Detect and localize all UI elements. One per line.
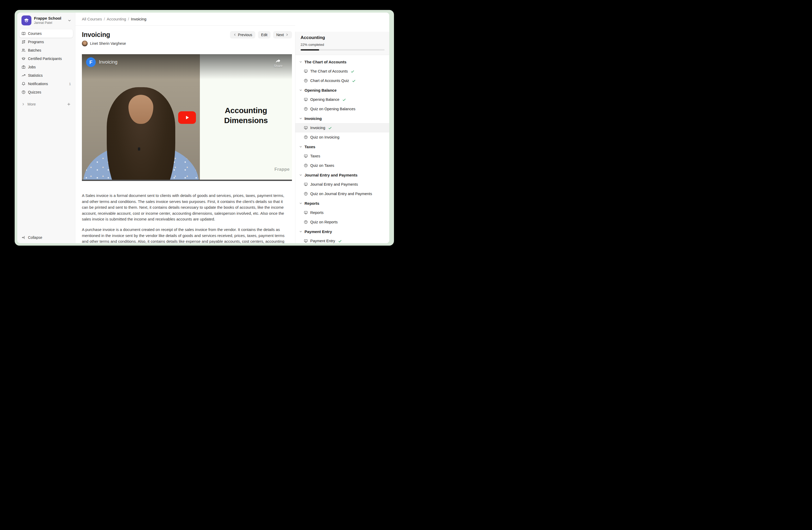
brand-subtitle: Jannat Patel xyxy=(34,21,61,25)
sidebar-item-notifications[interactable]: Notifications 1 xyxy=(19,80,73,88)
outline-lesson-reports[interactable]: Reports xyxy=(295,208,389,217)
outline-section-the-chart-of-accounts[interactable]: The Chart of Accounts xyxy=(295,57,389,67)
check-icon xyxy=(350,69,354,73)
mic-icon xyxy=(138,148,140,151)
sidebar-item-certified-participants[interactable]: Certified Participants xyxy=(19,54,73,63)
outline-section-journal-entry-and-payments[interactable]: Journal Entry and Payments xyxy=(295,170,389,180)
chevron-down-icon xyxy=(68,18,71,23)
breadcrumb: All Courses / Accounting / Invoicing xyxy=(82,17,146,21)
outline-quiz-quiz-on-opening-balances[interactable]: Quiz on Opening Balances xyxy=(295,104,389,114)
outline-lesson-invoicing[interactable]: Invoicing xyxy=(295,123,389,132)
workspace-switcher[interactable]: Frappe School Jannat Patel xyxy=(17,13,75,28)
chevron-right-icon xyxy=(286,33,289,37)
progress-bar xyxy=(301,49,385,51)
check-icon xyxy=(352,79,356,83)
breadcrumb-separator: / xyxy=(104,17,105,21)
author-name: Linet Sherin Varghese xyxy=(90,41,126,45)
breadcrumb-current: Invoicing xyxy=(131,17,146,21)
chevron-down-icon xyxy=(299,230,302,233)
sidebar-item-batches[interactable]: Batches xyxy=(19,46,73,54)
breadcrumb-all-courses[interactable]: All Courses xyxy=(82,17,102,21)
screen: Frappe School Jannat Patel Courses Progr… xyxy=(0,0,406,265)
slide-frame: Accounting Dimensions Frappe xyxy=(200,54,292,181)
share-arrow-icon xyxy=(275,58,281,64)
chevron-down-icon xyxy=(299,201,302,205)
channel-avatar[interactable]: F xyxy=(86,57,96,67)
outline-quiz-quiz-on-reports[interactable]: Quiz on Reports xyxy=(295,217,389,227)
outline-section-invoicing[interactable]: Invoicing xyxy=(295,114,389,123)
video-player[interactable]: Accounting Dimensions Frappe F Invoicing xyxy=(82,54,292,181)
help-circle-icon xyxy=(304,107,308,111)
monitor-play-icon xyxy=(304,182,308,187)
chevron-right-icon xyxy=(21,102,25,106)
video-title-badge[interactable]: F Invoicing xyxy=(86,57,117,67)
help-circle-icon xyxy=(304,220,308,224)
sidebar-item-statistics[interactable]: Statistics xyxy=(19,71,73,80)
monitor-play-icon xyxy=(304,239,308,243)
collapse-label: Collapse xyxy=(28,235,42,240)
video-progress-bar[interactable] xyxy=(82,180,292,181)
outline-lesson-taxes[interactable]: Taxes xyxy=(295,151,389,161)
chevron-left-icon xyxy=(233,33,236,37)
sidebar-item-programs[interactable]: Programs xyxy=(19,38,73,46)
outline-lesson-payment-entry[interactable]: Payment Entry xyxy=(295,236,389,243)
collapse-sidebar-button[interactable]: Collapse xyxy=(17,233,75,243)
share-button[interactable]: Share xyxy=(274,58,282,68)
brand-title: Frappe School xyxy=(34,16,61,21)
outline-quiz-quiz-on-taxes[interactable]: Quiz on Taxes xyxy=(295,161,389,170)
monitor-play-icon xyxy=(304,154,308,158)
play-icon xyxy=(184,114,190,121)
outline-quiz-quiz-on-invoicing[interactable]: Quiz on Invoicing xyxy=(295,132,389,142)
book-open-icon xyxy=(21,31,26,36)
breadcrumb-separator: / xyxy=(128,17,129,21)
check-icon xyxy=(328,126,332,130)
course-outline-panel: Accounting 22% completed The Chart of Ac… xyxy=(295,13,389,243)
monitor-play-icon xyxy=(304,126,308,130)
sidebar-nav: Courses Programs Batches Certified Parti… xyxy=(17,28,75,96)
previous-button[interactable]: Previous xyxy=(230,31,255,39)
help-circle-icon xyxy=(304,79,308,83)
play-button[interactable] xyxy=(178,111,196,124)
breadcrumb-accounting[interactable]: Accounting xyxy=(107,17,126,21)
progress-label: 22% completed xyxy=(301,43,385,46)
progress-fill xyxy=(301,49,319,51)
edit-button[interactable]: Edit xyxy=(258,31,271,39)
briefcase-icon xyxy=(21,65,26,69)
outline-section-taxes[interactable]: Taxes xyxy=(295,142,389,151)
lesson-paragraph: A purchase invoice is a document created… xyxy=(82,227,287,243)
sidebar-item-more[interactable]: More xyxy=(19,100,73,108)
sidebar-item-jobs[interactable]: Jobs xyxy=(19,63,73,71)
page-title: Invoicing xyxy=(82,31,110,39)
monitor-play-icon xyxy=(304,97,308,102)
outline-quiz-chart-of-accounts-quiz[interactable]: Chart of Accounts Quiz xyxy=(295,76,389,85)
more-label: More xyxy=(28,102,36,106)
monitor-play-icon xyxy=(304,211,308,215)
check-icon xyxy=(338,239,342,243)
add-button[interactable] xyxy=(67,102,71,106)
frappe-school-logo-icon xyxy=(21,15,31,25)
outline-lesson-journal-entry-and-payments[interactable]: Journal Entry and Payments xyxy=(295,180,389,189)
sidebar-item-quizzes[interactable]: Quizzes xyxy=(19,88,73,96)
sidebar-item-courses[interactable]: Courses xyxy=(19,29,73,38)
breadcrumb-bar: All Courses / Accounting / Invoicing xyxy=(75,13,295,26)
chevron-down-icon xyxy=(299,173,302,177)
chevron-down-icon xyxy=(299,60,302,64)
lesson-paragraph: A Sales invoice is a formal document sen… xyxy=(82,193,287,222)
next-button[interactable]: Next xyxy=(273,31,292,39)
route-icon xyxy=(21,40,26,44)
monitor-play-icon xyxy=(304,69,308,73)
outline-section-payment-entry[interactable]: Payment Entry xyxy=(295,227,389,236)
main-content: All Courses / Accounting / Invoicing Inv… xyxy=(75,13,295,243)
outline-section-reports[interactable]: Reports xyxy=(295,198,389,208)
chevron-down-icon xyxy=(299,117,302,120)
outline-lesson-the-chart-of-accounts[interactable]: The Chart of Accounts xyxy=(295,67,389,76)
outline-lesson-opening-balance[interactable]: Opening Balance xyxy=(295,95,389,104)
chevron-down-icon xyxy=(299,88,302,92)
outline-quiz-quiz-on-journal-entry-and-payments[interactable]: Quiz on Journal Entry and Payments xyxy=(295,189,389,198)
course-outline-list: The Chart of Accounts The Chart of Accou… xyxy=(295,55,389,243)
graduation-cap-icon xyxy=(21,57,26,61)
frappe-watermark: Frappe xyxy=(274,167,290,172)
outline-section-opening-balance[interactable]: Opening Balance xyxy=(295,85,389,95)
app-window: Frappe School Jannat Patel Courses Progr… xyxy=(17,13,389,243)
sidebar: Frappe School Jannat Patel Courses Progr… xyxy=(17,13,75,243)
